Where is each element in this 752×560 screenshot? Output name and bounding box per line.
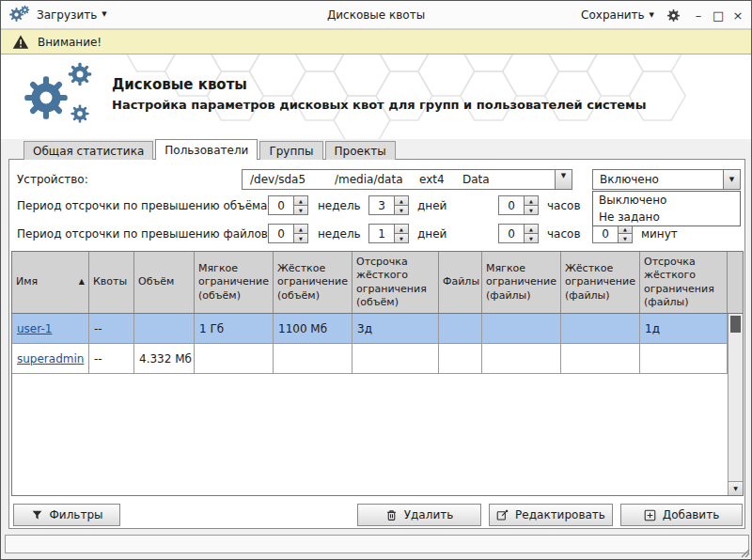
grace-files-hours-stepper[interactable]: 0 ▲▼	[498, 224, 539, 243]
grace-volume-weeks-stepper[interactable]: 0 ▲▼	[268, 195, 308, 215]
weeks-unit-label: недель	[318, 199, 361, 212]
user-link[interactable]: superadmin	[17, 352, 84, 366]
spin-down-icon[interactable]: ▼	[294, 233, 307, 242]
spin-down-icon[interactable]: ▼	[619, 233, 632, 242]
device-select[interactable]: /dev/sda5 /media/data ext4 Data ▼	[242, 169, 572, 190]
tab-general-stats[interactable]: Общая статистика	[24, 141, 153, 160]
column-header-files[interactable]: Файлы	[439, 252, 482, 313]
user-link[interactable]: user-1	[17, 322, 52, 335]
add-button[interactable]: Добавить	[620, 504, 743, 526]
grace-volume-days-stepper[interactable]: 3 ▲▼	[368, 195, 409, 215]
warning-banner: Внимание!	[1, 29, 751, 54]
table-body: user-1 -- 1 Гб 1100 Мб 3д 1д superadmin …	[12, 314, 728, 495]
hexagon-pattern	[1, 54, 751, 139]
hours-unit-label: часов	[547, 227, 580, 241]
column-header-volume[interactable]: Объём	[134, 252, 195, 313]
spin-up-icon[interactable]: ▲	[525, 196, 538, 205]
spin-up-icon[interactable]: ▲	[294, 225, 307, 233]
column-header-filler	[728, 252, 743, 313]
tab-groups[interactable]: Группы	[259, 141, 322, 160]
column-header-soft-volume[interactable]: Мягкое ограничение (объём)	[195, 252, 274, 313]
status-dropdown-button[interactable]: ▼	[723, 170, 740, 189]
quota-status-value: Включено	[600, 173, 659, 186]
resize-grip[interactable]	[739, 547, 750, 558]
vertical-scrollbar[interactable]: ▼	[728, 314, 743, 495]
device-name: Data	[462, 173, 490, 186]
column-header-grace-volume[interactable]: Отсрочка жёсткого ограничения (объём)	[352, 252, 439, 313]
column-header-hard-files[interactable]: Жёсткое ограничение (файлы)	[561, 252, 640, 313]
device-path: /dev/sda5	[250, 173, 306, 186]
app-logo-gears-icon	[16, 58, 106, 135]
save-menu-label: Сохранить	[581, 8, 645, 22]
tab-users[interactable]: Пользователи	[155, 139, 258, 160]
chevron-down-icon: ▼	[561, 173, 566, 179]
quota-status-select[interactable]: Включено ▼	[592, 169, 741, 190]
device-label: Устройство:	[17, 173, 88, 186]
edit-icon	[496, 509, 509, 521]
tab-bar: Общая статистика Пользователи Группы Про…	[24, 139, 398, 160]
spin-down-icon[interactable]: ▼	[395, 205, 408, 214]
load-menu-button[interactable]: Загрузить ▼	[37, 8, 107, 22]
device-mount: /media/data	[335, 173, 403, 186]
close-button[interactable]: ×	[732, 9, 744, 22]
scrollbar-thumb[interactable]	[730, 316, 741, 333]
minutes-stepper[interactable]: 0 ▲▼	[592, 224, 633, 243]
plus-icon	[644, 509, 656, 521]
trash-icon	[385, 509, 398, 521]
minutes-unit-label: минут	[641, 227, 678, 241]
grace-files-weeks-stepper[interactable]: 0 ▲▼	[268, 224, 308, 243]
scroll-down-icon: ▼	[733, 486, 738, 491]
device-dropdown-button[interactable]: ▼	[555, 170, 572, 189]
weeks-unit-label: недель	[318, 227, 361, 241]
table-header-row: Имя ▲ Квоты Объём Мягкое ограничение (об…	[12, 252, 743, 314]
tab-projects[interactable]: Проекты	[325, 141, 396, 160]
table-row[interactable]: user-1 -- 1 Гб 1100 Мб 3д 1д	[12, 314, 728, 344]
status-option-disabled[interactable]: Выключено	[593, 192, 740, 209]
app-window: Загрузить ▼ Дисковые квоты Сохранить ▼ –…	[0, 0, 752, 560]
delete-button[interactable]: Удалить	[357, 504, 481, 526]
load-menu-label: Загрузить	[37, 8, 97, 22]
spin-up-icon[interactable]: ▲	[525, 225, 538, 233]
column-header-soft-files[interactable]: Мягкое ограничение (файлы)	[482, 252, 561, 313]
column-header-quotas[interactable]: Квоты	[89, 252, 134, 313]
spin-up-icon[interactable]: ▲	[395, 225, 408, 233]
column-header-name[interactable]: Имя ▲	[12, 252, 89, 313]
maximize-button[interactable]: □	[713, 9, 724, 22]
column-header-hard-volume[interactable]: Жёсткое ограничение (объём)	[274, 252, 352, 313]
chevron-down-icon: ▼	[102, 11, 106, 18]
column-header-grace-files[interactable]: Отсрочка жёсткого ограничения (файлы)	[640, 252, 728, 313]
status-option-unset[interactable]: Не задано	[593, 209, 740, 226]
settings-gear-icon[interactable]	[666, 8, 681, 23]
save-menu-button[interactable]: Сохранить ▼	[581, 8, 654, 22]
filters-button[interactable]: Фильтры	[13, 504, 120, 526]
grace-volume-label: Период отсрочки по превышению объёма:	[17, 199, 272, 212]
quota-table: Имя ▲ Квоты Объём Мягкое ограничение (об…	[11, 251, 744, 496]
scrollbar-down-button[interactable]: ▼	[728, 481, 743, 495]
sort-asc-icon: ▲	[75, 277, 85, 287]
warning-icon	[12, 34, 29, 51]
spin-down-icon[interactable]: ▼	[395, 233, 408, 242]
content-panel: Устройство: /dev/sda5 /media/data ext4 D…	[8, 159, 745, 529]
grace-files-label: Период отсрочки по превышению файлов:	[17, 227, 272, 241]
device-fs: ext4	[419, 173, 445, 186]
days-unit-label: дней	[417, 227, 446, 241]
table-row[interactable]: superadmin -- 4.332 Мб	[12, 344, 728, 374]
spin-down-icon[interactable]: ▼	[294, 205, 307, 214]
app-gears-icon	[8, 7, 30, 23]
page-title: Дисковые квоты	[112, 76, 247, 93]
status-dropdown-list: Выключено Не задано	[592, 191, 741, 226]
grace-files-days-stepper[interactable]: 1 ▲▼	[368, 224, 409, 243]
page-subtitle: Настройка параметров дисковых квот для г…	[112, 98, 646, 112]
spin-down-icon[interactable]: ▼	[525, 233, 538, 242]
app-header: Дисковые квоты Настройка параметров диск…	[1, 54, 751, 139]
spin-up-icon[interactable]: ▲	[395, 196, 408, 205]
titlebar: Загрузить ▼ Дисковые квоты Сохранить ▼ –…	[1, 1, 751, 29]
spin-down-icon[interactable]: ▼	[525, 205, 538, 214]
minimize-button[interactable]: –	[693, 9, 704, 22]
status-bar	[5, 535, 749, 553]
hours-unit-label: часов	[547, 199, 580, 212]
edit-button[interactable]: Редактировать	[489, 504, 613, 526]
chevron-down-icon: ▼	[729, 177, 734, 183]
grace-volume-hours-stepper[interactable]: 0 ▲▼	[498, 195, 539, 215]
spin-up-icon[interactable]: ▲	[294, 196, 307, 205]
